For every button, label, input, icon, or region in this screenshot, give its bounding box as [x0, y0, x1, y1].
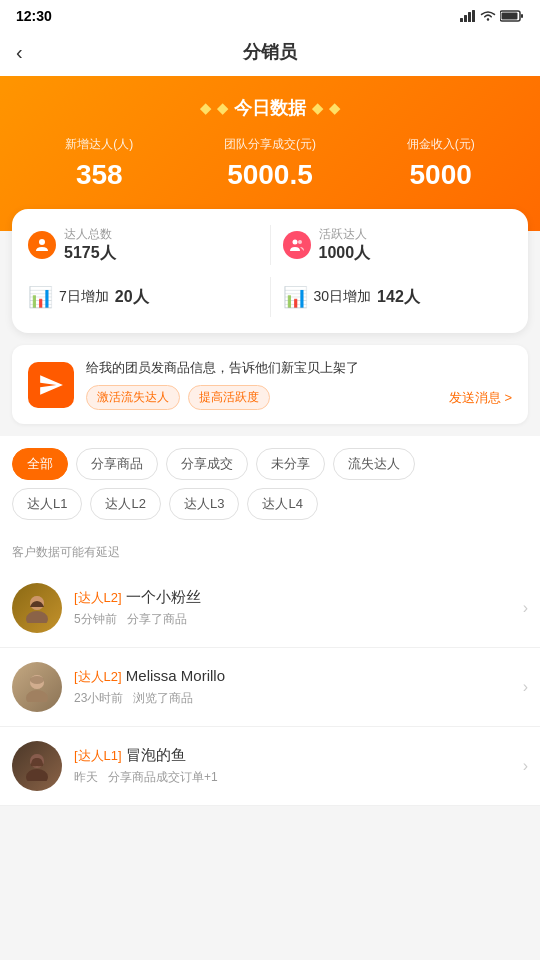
active-users-text: 活跃达人 1000人: [319, 226, 371, 264]
wifi-icon: [480, 10, 496, 22]
user-info-0: [达人L2] 一个小粉丝 5分钟前 分享了商品: [74, 588, 523, 628]
promo-content: 给我的团员发商品信息，告诉他们新宝贝上架了 激活流失达人 提高活跃度 发送消息 …: [86, 359, 512, 410]
promo-card: 给我的团员发商品信息，告诉他们新宝贝上架了 激活流失达人 提高活跃度 发送消息 …: [12, 345, 528, 424]
user-meta-1: 23小时前 浏览了商品: [74, 690, 523, 707]
user-time-0: 5分钟前: [74, 611, 117, 628]
avatar-image-1: [22, 672, 52, 702]
user-name-row-2: [达人L1] 冒泡的鱼: [74, 746, 523, 765]
filter-tab-share-sales[interactable]: 分享成交: [166, 448, 248, 480]
filter-tab-share-products[interactable]: 分享商品: [76, 448, 158, 480]
stat-team-sales-label: 团队分享成交(元): [224, 136, 316, 153]
diamond-3: ◆: [312, 100, 323, 116]
growth-30d-label: 30日增加: [314, 288, 372, 306]
banner: ◆ ◆ 今日数据 ◆ ◆ 新增达人(人) 358 团队分享成交(元) 5000.…: [0, 76, 540, 231]
stat-new-users: 新增达人(人) 358: [65, 136, 133, 191]
stat-commission-label: 佣金收入(元): [407, 136, 475, 153]
status-bar: 12:30: [0, 0, 540, 28]
user-meta-2: 昨天 分享商品成交订单+1: [74, 769, 523, 786]
user-action-1: 浏览了商品: [133, 690, 193, 707]
user-name-2: 冒泡的鱼: [126, 746, 186, 763]
growth-30d-icon: 📊: [283, 285, 308, 309]
avatar-image-2: [22, 751, 52, 781]
stats-card: 达人总数 5175人 活跃达人 1000人 📊 7日增加: [12, 209, 528, 333]
stat-new-users-value: 358: [65, 159, 133, 191]
growth-7d-icon: 📊: [28, 285, 53, 309]
user-action-0: 分享了商品: [127, 611, 187, 628]
growth-30d: 📊 30日增加 142人: [283, 285, 513, 309]
filter-tab-l4[interactable]: 达人L4: [247, 488, 317, 520]
banner-title: ◆ ◆ 今日数据 ◆ ◆: [20, 96, 520, 120]
svg-point-10: [298, 240, 302, 244]
stat-commission-value: 5000: [407, 159, 475, 191]
user-item-0[interactable]: [达人L2] 一个小粉丝 5分钟前 分享了商品 ›: [0, 569, 540, 648]
total-users-label: 达人总数: [64, 226, 116, 243]
card-divider-2: [270, 277, 271, 317]
page-title: 分销员: [243, 40, 297, 64]
banner-stats: 新增达人(人) 358 团队分享成交(元) 5000.5 佣金收入(元) 500…: [20, 136, 520, 191]
status-time: 12:30: [16, 8, 52, 24]
svg-rect-6: [521, 14, 523, 18]
back-button[interactable]: ‹: [16, 41, 23, 64]
svg-rect-1: [464, 15, 467, 22]
send-icon: [38, 372, 64, 398]
user-action-2: 分享商品成交订单+1: [108, 769, 218, 786]
filter-section: 全部 分享商品 分享成交 未分享 流失达人 达人L1 达人L2 达人L3 达人L…: [0, 436, 540, 536]
filter-row-2: 达人L1 达人L2 达人L3 达人L4: [12, 488, 528, 520]
filter-tab-l2[interactable]: 达人L2: [90, 488, 160, 520]
user-tag-0: [达人L2]: [74, 590, 122, 605]
stat-new-users-label: 新增达人(人): [65, 136, 133, 153]
user-info-2: [达人L1] 冒泡的鱼 昨天 分享商品成交订单+1: [74, 746, 523, 786]
active-users-label: 活跃达人: [319, 226, 371, 243]
active-users-stat: 活跃达人 1000人: [283, 226, 513, 264]
svg-point-8: [39, 239, 45, 245]
promo-tag-2[interactable]: 提高活跃度: [188, 385, 270, 410]
user-time-1: 23小时前: [74, 690, 123, 707]
user-item-2[interactable]: [达人L1] 冒泡的鱼 昨天 分享商品成交订单+1 ›: [0, 727, 540, 806]
growth-7d: 📊 7日增加 20人: [28, 285, 258, 309]
user-avatar-2: [12, 741, 62, 791]
list-hint: 客户数据可能有延迟: [0, 536, 540, 569]
promo-tag-1[interactable]: 激活流失达人: [86, 385, 180, 410]
total-users-value: 5175人: [64, 243, 116, 264]
active-users-value: 1000人: [319, 243, 371, 264]
user-item-1[interactable]: [达人L2] Melissa Morillo 23小时前 浏览了商品 ›: [0, 648, 540, 727]
svg-rect-0: [460, 18, 463, 22]
svg-rect-7: [502, 13, 518, 20]
user-tag-1: [达人L2]: [74, 669, 122, 684]
filter-tab-l1[interactable]: 达人L1: [12, 488, 82, 520]
signal-icon: [460, 10, 476, 22]
chevron-right-0: ›: [523, 599, 528, 617]
filter-tab-all[interactable]: 全部: [12, 448, 68, 480]
user-name-1: Melissa Morillo: [126, 667, 225, 684]
header: ‹ 分销员: [0, 28, 540, 76]
filter-tab-not-shared[interactable]: 未分享: [256, 448, 325, 480]
user-time-2: 昨天: [74, 769, 98, 786]
user-avatar-0: [12, 583, 62, 633]
user-name-row-0: [达人L2] 一个小粉丝: [74, 588, 523, 607]
growth-7d-value: 20人: [115, 287, 149, 308]
user-name-0: 一个小粉丝: [126, 588, 201, 605]
user-stats-row: 达人总数 5175人 活跃达人 1000人: [28, 225, 512, 265]
card-divider-1: [270, 225, 271, 265]
growth-stats-row: 📊 7日增加 20人 📊 30日增加 142人: [28, 277, 512, 317]
user-name-row-1: [达人L2] Melissa Morillo: [74, 667, 523, 686]
user-list: [达人L2] 一个小粉丝 5分钟前 分享了商品 › [达人L2] Melissa…: [0, 569, 540, 806]
stat-team-sales: 团队分享成交(元) 5000.5: [224, 136, 316, 191]
filter-tab-l3[interactable]: 达人L3: [169, 488, 239, 520]
battery-icon: [500, 10, 524, 22]
promo-icon: [28, 362, 74, 408]
svg-point-17: [30, 676, 44, 684]
chevron-right-1: ›: [523, 678, 528, 696]
svg-point-15: [26, 690, 48, 702]
user-avatar-1: [12, 662, 62, 712]
stat-team-sales-value: 5000.5: [224, 159, 316, 191]
chevron-right-2: ›: [523, 757, 528, 775]
banner-title-text: 今日数据: [234, 96, 306, 120]
svg-point-19: [26, 769, 48, 781]
user-meta-0: 5分钟前 分享了商品: [74, 611, 523, 628]
growth-30d-value: 142人: [377, 287, 420, 308]
filter-row-1: 全部 分享商品 分享成交 未分享 流失达人: [12, 448, 528, 480]
promo-link[interactable]: 发送消息 >: [449, 389, 512, 407]
total-users-stat: 达人总数 5175人: [28, 226, 258, 264]
filter-tab-lost[interactable]: 流失达人: [333, 448, 415, 480]
